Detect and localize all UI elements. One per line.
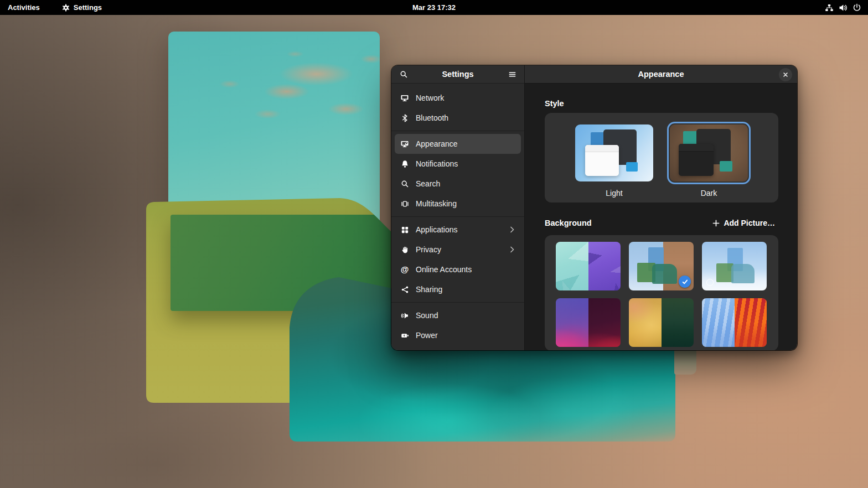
search-icon xyxy=(400,179,409,188)
notifications-icon xyxy=(400,159,409,168)
close-button[interactable] xyxy=(779,68,792,81)
sidebar-item-network[interactable]: Network xyxy=(395,88,521,108)
appearance-icon xyxy=(400,139,409,148)
sidebar-item-label: Multitasking xyxy=(416,199,515,208)
sidebar-item-bluetooth[interactable]: Bluetooth xyxy=(395,108,521,128)
close-icon xyxy=(782,71,789,79)
sidebar-item-label: Privacy xyxy=(416,245,502,254)
chevron-right-icon xyxy=(509,246,515,253)
selected-check-badge xyxy=(679,276,691,288)
sharing-icon xyxy=(400,285,409,294)
top-bar: Activities Settings Mar 23 17:32 xyxy=(0,0,868,15)
style-option-label: Dark xyxy=(701,189,717,198)
privacy-icon xyxy=(400,245,409,254)
bluetooth-icon xyxy=(400,113,409,122)
sidebar-item-label: Appearance xyxy=(416,139,515,148)
system-status-area[interactable] xyxy=(825,0,862,15)
clock[interactable]: Mar 23 17:32 xyxy=(412,0,456,15)
mini-shape xyxy=(731,264,755,283)
desktop: Activities Settings Mar 23 17:32 Setting… xyxy=(0,0,868,488)
settings-window: Settings Network Bluetooth Appe xyxy=(391,65,797,350)
mini-shape xyxy=(652,264,676,284)
wallpaper-thumbnail-triangles[interactable] xyxy=(556,242,621,290)
primary-menu-button[interactable] xyxy=(505,68,519,81)
sidebar-list: Network Bluetooth Appearance Notificatio… xyxy=(391,84,524,345)
panel-title: Appearance xyxy=(638,70,684,79)
sidebar-item-appearance[interactable]: Appearance xyxy=(395,134,521,154)
sidebar: Settings Network Bluetooth Appe xyxy=(391,65,525,350)
network-icon xyxy=(825,3,834,12)
style-card: Light xyxy=(545,113,778,203)
sidebar-item-search[interactable]: Search xyxy=(395,174,521,194)
online-accounts-icon: @ xyxy=(400,265,409,274)
selected-style-ring xyxy=(667,122,751,184)
background-card xyxy=(545,235,778,350)
appearance-panel: Appearance Style xyxy=(525,65,797,350)
activities-label: Activities xyxy=(8,3,40,12)
power-icon xyxy=(852,3,861,12)
activities-button[interactable]: Activities xyxy=(4,0,43,15)
wallpaper-thumbnail-default-day[interactable] xyxy=(702,242,767,290)
add-picture-label: Add Picture… xyxy=(724,219,775,227)
panel-body: Style Li xyxy=(525,84,797,350)
sidebar-item-label: Online Accounts xyxy=(416,265,515,274)
sidebar-separator xyxy=(391,302,524,303)
wallpaper-thumbnail-waves[interactable] xyxy=(556,298,621,347)
sidebar-item-label: Search xyxy=(416,179,515,188)
gear-icon xyxy=(62,4,70,12)
search-button[interactable] xyxy=(397,68,410,81)
preview-window-front xyxy=(585,145,619,176)
dark-theme-preview xyxy=(670,124,748,181)
app-menu-button[interactable]: Settings xyxy=(59,0,105,15)
sidebar-separator xyxy=(391,216,524,217)
sidebar-item-applications[interactable]: Applications xyxy=(395,220,521,240)
multitasking-icon xyxy=(400,199,409,208)
wallpaper-thumbnail-default[interactable] xyxy=(629,242,694,290)
power-icon xyxy=(400,331,409,340)
sidebar-item-privacy[interactable]: Privacy xyxy=(395,240,521,259)
style-heading: Style xyxy=(545,99,778,108)
sidebar-title: Settings xyxy=(391,70,524,79)
app-menu-label: Settings xyxy=(74,3,102,12)
sidebar-item-label: Notifications xyxy=(416,159,515,168)
sidebar-item-multitasking[interactable]: Multitasking xyxy=(395,194,521,214)
check-icon xyxy=(681,278,689,285)
search-icon xyxy=(400,70,408,79)
hamburger-menu-icon xyxy=(508,70,516,79)
clock-label: Mar 23 17:32 xyxy=(412,3,456,12)
preview-window-accent xyxy=(626,162,638,172)
sidebar-separator xyxy=(391,131,524,131)
sidebar-item-power[interactable]: Power xyxy=(395,325,521,345)
wallpaper-thumbnail-amber-green[interactable] xyxy=(629,298,694,347)
sidebar-item-sound[interactable]: Sound xyxy=(395,305,521,325)
volume-icon xyxy=(839,3,848,12)
style-option-light[interactable]: Light xyxy=(572,122,656,203)
sidebar-item-notifications[interactable]: Notifications xyxy=(395,154,521,174)
sidebar-item-sharing[interactable]: Sharing xyxy=(395,279,521,299)
network-icon xyxy=(400,94,409,102)
style-option-label: Light xyxy=(606,189,622,198)
sidebar-item-label: Sharing xyxy=(416,285,515,294)
sidebar-item-label: Applications xyxy=(416,225,502,234)
background-heading: Background xyxy=(545,219,592,227)
sound-icon xyxy=(400,311,409,320)
panel-header: Appearance xyxy=(525,65,797,84)
sidebar-item-label: Sound xyxy=(416,311,515,320)
sidebar-item-label: Power xyxy=(416,331,515,340)
preview-window-front xyxy=(679,144,714,176)
sidebar-item-label: Network xyxy=(416,94,515,102)
applications-icon xyxy=(400,225,409,234)
style-option-dark[interactable]: Dark xyxy=(667,122,751,203)
dynamic-wallpaper-badge xyxy=(706,279,714,286)
chevron-right-icon xyxy=(509,226,515,233)
light-theme-preview xyxy=(575,124,653,181)
wallpaper-thumbnail-drips[interactable] xyxy=(702,298,767,347)
preview-window-accent xyxy=(720,161,732,172)
add-picture-button[interactable]: Add Picture… xyxy=(709,216,778,230)
sidebar-item-label: Bluetooth xyxy=(416,113,515,122)
sidebar-header: Settings xyxy=(391,65,524,84)
plus-icon xyxy=(712,220,720,227)
sidebar-item-online-accounts[interactable]: @ Online Accounts xyxy=(395,259,521,279)
